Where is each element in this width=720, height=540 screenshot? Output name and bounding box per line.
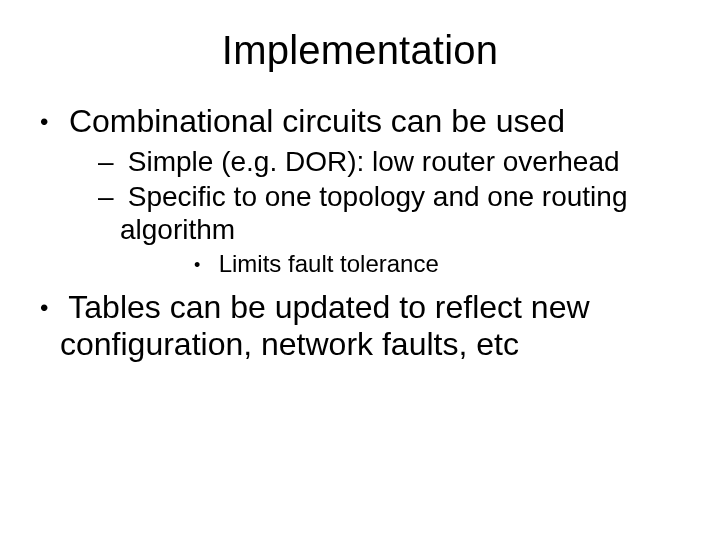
- list-item: Tables can be updated to reflect new con…: [30, 289, 690, 365]
- bullet-list-level1: Combinational circuits can be used Simpl…: [30, 103, 690, 364]
- bullet-list-level2: Simple (e.g. DOR): low router overhead S…: [60, 145, 690, 279]
- bullet-text: Tables can be updated to reflect new con…: [60, 289, 590, 363]
- bullet-text: Limits fault tolerance: [219, 250, 439, 277]
- list-item: Limits fault tolerance: [120, 250, 690, 279]
- bullet-text: Simple (e.g. DOR): low router overhead: [128, 146, 620, 177]
- list-item: Combinational circuits can be used Simpl…: [30, 103, 690, 279]
- bullet-text: Specific to one topology and one routing…: [120, 181, 627, 245]
- list-item: Specific to one topology and one routing…: [60, 180, 690, 279]
- slide: Implementation Combinational circuits ca…: [0, 0, 720, 540]
- bullet-list-level3: Limits fault tolerance: [120, 250, 690, 279]
- bullet-text: Combinational circuits can be used: [69, 103, 565, 139]
- list-item: Simple (e.g. DOR): low router overhead: [60, 145, 690, 178]
- slide-title: Implementation: [30, 28, 690, 73]
